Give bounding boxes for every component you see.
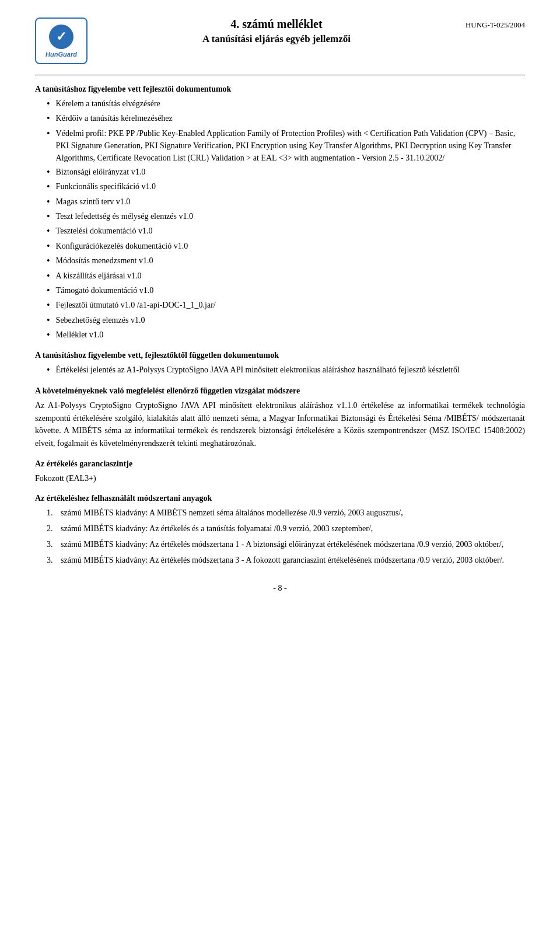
- list-item: Tesztelési dokumentáció v1.0: [35, 225, 525, 238]
- section5-list: 1. számú MIBÉTS kiadvány: A MIBÉTS nemze…: [35, 507, 525, 566]
- main-title: 4. számú melléklet: [99, 18, 454, 31]
- section4-value: Fokozott (EAL3+): [35, 472, 525, 485]
- section5-heading: Az értékeléshez felhasználált módszertan…: [35, 494, 525, 503]
- logo: HunGuard: [35, 18, 88, 64]
- doc-id: HUNG-T-025/2004: [466, 18, 525, 30]
- list-item: Teszt lefedettség és mélység elemzés v1.…: [35, 210, 525, 223]
- page-number: - 8 -: [273, 584, 286, 592]
- sub-title: A tanúsítási eljárás egyéb jellemzői: [99, 33, 454, 45]
- list-item: 3. számú MIBÉTS kiadvány: Az értékelés m…: [35, 554, 525, 566]
- list-item: Módosítás menedzsment v1.0: [35, 254, 525, 267]
- page-header: HunGuard 4. számú melléklet A tanúsítási…: [35, 18, 525, 64]
- list-item: A kiszállítás eljárásai v1.0: [35, 270, 525, 283]
- list-item: Támogató dokumentáció v1.0: [35, 284, 525, 297]
- list-item: Védelmi profil: PKE PP /Public Key-Enabl…: [35, 127, 525, 164]
- header-titles: 4. számú melléklet A tanúsítási eljárás …: [88, 18, 466, 45]
- list-item: Kérdőív a tanúsítás kérelmezéséhez: [35, 112, 525, 125]
- list-item: Funkcionális specifikáció v1.0: [35, 180, 525, 193]
- page: HunGuard 4. számú melléklet A tanúsítási…: [0, 0, 560, 931]
- section3-paragraph: Az A1-Polysys CryptoSigno CryptoSigno JA…: [35, 399, 525, 450]
- section1-list: Kérelem a tanúsítás elvégzésére Kérdőív …: [35, 97, 525, 341]
- page-footer: - 8 -: [35, 584, 525, 593]
- header-divider: [35, 75, 525, 75]
- list-item: 1. számú MIBÉTS kiadvány: A MIBÉTS nemze…: [35, 507, 525, 519]
- logo-text: HunGuard: [46, 51, 77, 58]
- list-item: Sebezhetőség elemzés v1.0: [35, 314, 525, 327]
- list-item: Fejlesztői útmutató v1.0 /a1-api-DOC-1_1…: [35, 299, 525, 312]
- list-item: Kérelem a tanúsítás elvégzésére: [35, 97, 525, 110]
- section3-heading: A követelményeknek való megfelelést elle…: [35, 386, 525, 396]
- list-item: Konfigurációkezelés dokumentáció v1.0: [35, 240, 525, 253]
- list-item: 2. számú MIBÉTS kiadvány: Az értékelés é…: [35, 522, 525, 535]
- list-item: 3. számú MIBÉTS kiadvány: Az értékelés m…: [35, 538, 525, 550]
- section2-list: Értékelési jelentés az A1-Polysys Crypto…: [35, 364, 525, 376]
- list-item: Biztonsági előirányzat v1.0: [35, 166, 525, 179]
- list-item: Magas szintű terv v1.0: [35, 196, 525, 208]
- section1-heading: A tanúsításhoz figyelembe vett fejlesztő…: [35, 85, 525, 94]
- logo-checkmark: [49, 25, 74, 49]
- list-item: Értékelési jelentés az A1-Polysys Crypto…: [35, 364, 525, 376]
- list-item: Melléklet v1.0: [35, 329, 525, 341]
- section4-heading: Az értékelés garanciaszintje: [35, 459, 525, 469]
- section2-heading: A tanúsításhoz figyelembe vett, fejleszt…: [35, 351, 525, 360]
